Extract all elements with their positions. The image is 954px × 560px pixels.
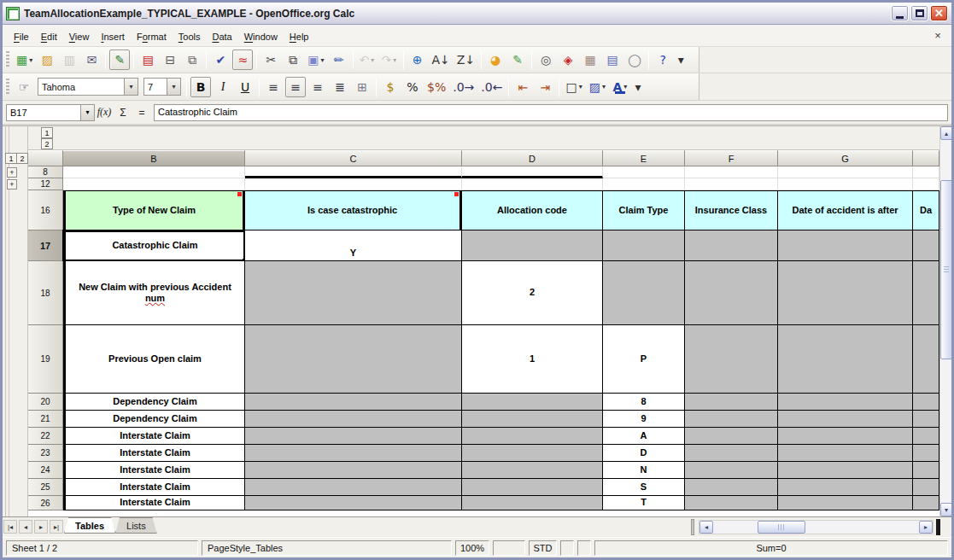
cell-B20[interactable]: Dependency Claim bbox=[63, 394, 245, 411]
cell-B23[interactable]: Interstate Claim bbox=[63, 445, 245, 462]
cell-C16[interactable]: Is case catastrophic bbox=[245, 190, 462, 230]
function-wizard-button[interactable]: f(x) bbox=[95, 104, 114, 121]
cell-C22[interactable] bbox=[245, 428, 462, 445]
cell-G18[interactable] bbox=[778, 261, 913, 325]
copy-button[interactable]: ⧉ bbox=[283, 50, 303, 70]
cell-E22[interactable]: A bbox=[603, 428, 685, 445]
cell-C8[interactable] bbox=[245, 166, 462, 178]
horizontal-scroll-thumb[interactable] bbox=[758, 521, 805, 534]
cell-F24[interactable] bbox=[685, 462, 778, 479]
cell-C25[interactable] bbox=[245, 479, 462, 496]
cut-button[interactable]: ✂ bbox=[260, 50, 281, 70]
cell-B16[interactable]: Type of New Claim bbox=[63, 190, 245, 230]
email-document-button[interactable]: ✉ bbox=[81, 50, 102, 70]
cell-E20[interactable]: 8 bbox=[603, 394, 685, 411]
row-header-8[interactable]: 8 bbox=[28, 166, 63, 178]
row-outline-level-2[interactable]: 2 bbox=[16, 153, 28, 164]
cell-F19[interactable] bbox=[685, 325, 778, 394]
cell-G21[interactable] bbox=[778, 411, 913, 428]
cell-E18[interactable] bbox=[603, 261, 685, 325]
scroll-right-icon[interactable]: ▸ bbox=[919, 521, 933, 534]
expand-group-button[interactable]: + bbox=[7, 179, 17, 190]
font-size-combo[interactable]: 7▾ bbox=[143, 78, 181, 96]
decrease-indent-button[interactable]: ⇤ bbox=[512, 77, 533, 97]
menu-file[interactable]: File bbox=[8, 29, 35, 44]
cell-C26[interactable] bbox=[245, 496, 462, 510]
cell-H19[interactable] bbox=[913, 325, 939, 394]
next-sheet-button[interactable]: ▸ bbox=[34, 520, 48, 534]
cell-H18[interactable] bbox=[913, 261, 939, 325]
cell-E24[interactable]: N bbox=[603, 462, 685, 479]
sort-ascending-button[interactable]: A↓ bbox=[430, 50, 453, 70]
paste-button[interactable]: ▣▾ bbox=[305, 50, 326, 70]
cell-G20[interactable] bbox=[778, 394, 913, 411]
cell-B8[interactable] bbox=[63, 166, 245, 178]
toolbar-overflow-button[interactable]: ▾ bbox=[675, 50, 687, 70]
justified-button[interactable]: ≣ bbox=[330, 77, 350, 97]
cell-B24[interactable]: Interstate Claim bbox=[63, 462, 245, 479]
row-header-24[interactable]: 24 bbox=[28, 462, 63, 479]
cell-E26[interactable]: T bbox=[603, 496, 685, 510]
cell-H17[interactable] bbox=[913, 230, 939, 261]
cell-G25[interactable] bbox=[778, 479, 913, 496]
column-header-F[interactable]: F bbox=[685, 150, 778, 166]
align-center-button[interactable]: ≡ bbox=[285, 77, 306, 97]
status-sum[interactable]: Sum=0 bbox=[594, 540, 948, 556]
toolbar-overflow-button[interactable]: ▾ bbox=[632, 77, 644, 97]
font-name-combo[interactable]: Tahoma▾ bbox=[38, 78, 138, 96]
row-header-26[interactable]: 26 bbox=[28, 496, 63, 510]
menu-format[interactable]: Format bbox=[131, 29, 173, 44]
font-size-combo-value[interactable]: 7 bbox=[144, 82, 167, 92]
cell-B26[interactable]: Interstate Claim bbox=[63, 496, 245, 510]
page-preview-button[interactable]: ⧉ bbox=[182, 50, 202, 70]
cell-F18[interactable] bbox=[685, 261, 778, 325]
open-button[interactable]: ▨ bbox=[37, 50, 57, 70]
cell-G17[interactable] bbox=[778, 230, 913, 261]
cell-D18[interactable]: 2 bbox=[462, 261, 603, 325]
cell-E16[interactable]: Claim Type bbox=[603, 190, 685, 230]
sheet-tab-lists[interactable]: Lists bbox=[115, 517, 157, 534]
chevron-down-icon[interactable]: ▾ bbox=[371, 56, 374, 64]
cell-D17[interactable] bbox=[462, 230, 603, 261]
font-name-combo-value[interactable]: Tahoma bbox=[38, 82, 124, 92]
status-page-style[interactable]: PageStyle_Tables bbox=[202, 540, 452, 556]
previous-sheet-button[interactable]: ◂ bbox=[19, 520, 32, 534]
row-header-17[interactable]: 17 bbox=[28, 230, 63, 261]
pane-splitter-handle[interactable] bbox=[936, 519, 940, 535]
cell-C17[interactable]: Y bbox=[245, 230, 462, 261]
close-document-icon[interactable]: × bbox=[931, 29, 945, 42]
tab-scroll-splitter[interactable] bbox=[691, 519, 694, 535]
column-header-B[interactable]: B bbox=[63, 150, 245, 166]
cell-D20[interactable] bbox=[462, 394, 603, 411]
cell-G12[interactable] bbox=[778, 178, 913, 190]
status-digital-signature[interactable] bbox=[577, 540, 591, 556]
sum-button[interactable]: Σ bbox=[114, 104, 132, 121]
cell-E23[interactable]: D bbox=[603, 445, 685, 462]
cell-G24[interactable] bbox=[778, 462, 913, 479]
cell-D23[interactable] bbox=[462, 445, 603, 462]
cell-G8[interactable] bbox=[778, 166, 913, 178]
column-header-E[interactable]: E bbox=[603, 150, 685, 166]
menu-edit[interactable]: Edit bbox=[35, 29, 63, 44]
cell-D19[interactable]: 1 bbox=[462, 325, 603, 394]
status-insert-mode[interactable] bbox=[493, 540, 525, 556]
cell-G19[interactable] bbox=[778, 325, 913, 394]
cell-G16[interactable]: Date of accident is after bbox=[778, 190, 913, 230]
row-header-19[interactable]: 19 bbox=[28, 325, 63, 394]
cell-H21[interactable] bbox=[913, 411, 939, 428]
cell-C21[interactable] bbox=[245, 411, 462, 428]
row-header-20[interactable]: 20 bbox=[28, 394, 63, 411]
cell-F8[interactable] bbox=[685, 166, 778, 178]
background-color-button[interactable]: ▨▾ bbox=[587, 77, 608, 97]
formula-input[interactable]: Catastrophic Claim bbox=[154, 104, 948, 121]
number-format-percent-button[interactable]: % bbox=[402, 77, 423, 97]
row-outline-level-1[interactable]: 1 bbox=[5, 153, 17, 164]
delete-decimal-place-button[interactable]: .0← bbox=[478, 77, 505, 97]
cell-F22[interactable] bbox=[685, 428, 778, 445]
close-button[interactable]: ✕ bbox=[930, 5, 948, 21]
column-header-D[interactable]: D bbox=[462, 150, 603, 166]
cell-E17[interactable] bbox=[603, 230, 685, 261]
styles-and-formatting-button[interactable]: ☞ bbox=[14, 77, 34, 97]
menu-view[interactable]: View bbox=[63, 29, 96, 44]
cell-D12[interactable] bbox=[462, 178, 603, 190]
